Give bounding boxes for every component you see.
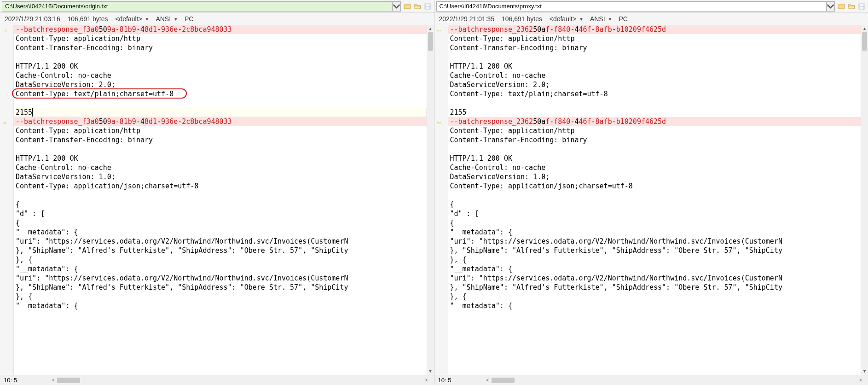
code-line[interactable]: Content-Type: text/plain;charset=utf-8 (448, 89, 861, 99)
left-encoding-scope[interactable]: <default> (115, 15, 142, 23)
code-line[interactable]: "d" : [ (448, 209, 861, 218)
scroll-right-icon[interactable]: > (857, 378, 864, 383)
code-line[interactable]: Content-Type: application/http (448, 34, 861, 43)
code-line[interactable]: DataServiceVersion: 2.0; (14, 80, 427, 89)
code-line[interactable] (14, 52, 427, 62)
dropdown-icon[interactable]: ▼ (579, 17, 584, 22)
code-line[interactable]: --batchresponse_236250af-f840-446f-8afb-… (448, 25, 861, 34)
diff-arrow-left-icon[interactable]: ⇦ (437, 25, 446, 34)
scroll-thumb[interactable] (428, 32, 433, 51)
open-folder-icon[interactable] (847, 2, 856, 11)
code-line[interactable]: "__metadata": { (14, 264, 427, 274)
dropdown-icon[interactable]: ▼ (174, 17, 178, 22)
code-line[interactable]: Content-Type: application/http (14, 126, 427, 135)
code-line[interactable]: Cache-Control: no-cache (14, 163, 427, 172)
code-line[interactable]: }, { (448, 292, 861, 301)
code-line[interactable] (14, 191, 427, 200)
code-line[interactable]: --batchresponse_f3a0509a-81b9-48d1-936e-… (14, 117, 427, 126)
code-line[interactable]: --batchresponse_f3a0509a-81b9-48d1-936e-… (14, 25, 427, 34)
code-line[interactable]: Content-Type: application/json;charset=u… (448, 181, 861, 191)
right-encoding-scope[interactable]: <default> (550, 15, 576, 23)
code-line[interactable]: "__metadata": { (448, 264, 861, 274)
right-path-input[interactable] (436, 1, 827, 12)
code-line[interactable]: Content-Transfer-Encoding: binary (14, 43, 427, 52)
dropdown-icon[interactable]: ▼ (608, 17, 613, 22)
code-line[interactable]: }, { (14, 255, 427, 264)
code-line[interactable]: }, { (448, 255, 861, 264)
code-line[interactable]: 2155 (448, 108, 861, 117)
code-line[interactable]: Content-Type: application/http (14, 34, 427, 43)
code-line[interactable]: DataServiceVersion: 1.0; (448, 172, 861, 181)
code-line[interactable]: { (448, 200, 861, 209)
code-line[interactable]: "__metadata": { (14, 228, 427, 237)
code-line[interactable]: HTTP/1.1 200 OK (448, 154, 861, 163)
code-line[interactable]: Content-Type: text/plain;charset=utf-8 (14, 89, 427, 99)
code-line[interactable]: Content-Transfer-Encoding: binary (448, 43, 861, 52)
right-horizontal-scrollbar[interactable]: < > (484, 377, 865, 384)
code-line[interactable]: }, "ShipName": "Alfred's Futterkiste", "… (448, 246, 861, 255)
code-line[interactable]: Content-Type: application/json;charset=u… (14, 181, 427, 191)
code-line[interactable]: }, "ShipName": "Alfred's Futterkiste", "… (448, 283, 861, 292)
right-text-area[interactable]: --batchresponse_236250af-f840-446f-8afb-… (448, 25, 861, 375)
left-path-input[interactable] (2, 1, 393, 12)
scroll-right-icon[interactable]: > (423, 378, 430, 383)
diff-arrow-left-icon[interactable]: ⇦ (437, 117, 446, 126)
code-line[interactable]: 2155 (14, 108, 427, 117)
left-path-dropdown[interactable] (393, 1, 401, 12)
code-line[interactable] (448, 52, 861, 62)
code-line[interactable]: DataServiceVersion: 1.0; (14, 172, 427, 181)
code-line[interactable]: Content-Type: application/http (448, 126, 861, 135)
code-line[interactable]: " metadata": { (448, 301, 861, 310)
left-horizontal-scrollbar[interactable]: < > (50, 377, 430, 384)
left-content[interactable]: ⇨⇨ --batchresponse_f3a0509a-81b9-48d1-93… (0, 25, 434, 375)
right-vertical-scrollbar[interactable]: ▲ ▼ (861, 25, 868, 375)
save-icon[interactable] (857, 2, 866, 11)
code-line[interactable]: { (14, 200, 427, 209)
scroll-up-icon[interactable]: ▲ (427, 25, 434, 32)
browse-icon[interactable] (403, 2, 412, 11)
scroll-thumb[interactable] (862, 32, 867, 51)
code-line[interactable]: HTTP/1.1 200 OK (448, 62, 861, 71)
code-line[interactable] (14, 145, 427, 154)
code-line[interactable]: }, "ShipName": "Alfred's Futterkiste", "… (14, 283, 427, 292)
right-charset[interactable]: ANSI (590, 15, 605, 23)
diff-arrow-right-icon[interactable]: ⇨ (3, 117, 11, 126)
code-line[interactable]: --batchresponse_236250af-f840-446f-8afb-… (448, 117, 861, 126)
code-line[interactable]: Content-Transfer-Encoding: binary (448, 135, 861, 145)
code-line[interactable]: }, { (14, 292, 427, 301)
left-charset[interactable]: ANSI (156, 15, 171, 23)
right-lineend[interactable]: PC (619, 15, 627, 23)
scroll-left-icon[interactable]: < (484, 378, 492, 383)
right-path-dropdown[interactable] (827, 1, 835, 12)
code-line[interactable] (448, 145, 861, 154)
scroll-thumb[interactable] (57, 378, 80, 383)
save-icon[interactable] (423, 2, 432, 11)
left-text-area[interactable]: --batchresponse_f3a0509a-81b9-48d1-936e-… (14, 25, 427, 375)
code-line[interactable]: "d" : [ (14, 209, 427, 218)
scroll-down-icon[interactable]: ▼ (427, 368, 434, 375)
diff-arrow-right-icon[interactable]: ⇨ (3, 25, 11, 34)
open-folder-icon[interactable] (413, 2, 422, 11)
scroll-thumb[interactable] (492, 378, 515, 383)
scroll-left-icon[interactable]: < (50, 378, 57, 383)
dropdown-icon[interactable]: ▼ (145, 17, 150, 22)
code-line[interactable]: " metadata": { (14, 301, 427, 310)
left-vertical-scrollbar[interactable]: ▲ ▼ (427, 25, 434, 375)
code-line[interactable]: { (448, 218, 861, 228)
code-line[interactable]: "uri": "https://services.odata.org/V2/No… (14, 237, 427, 246)
scroll-down-icon[interactable]: ▼ (861, 368, 868, 375)
browse-icon[interactable] (837, 2, 846, 11)
code-line[interactable] (448, 191, 861, 200)
left-lineend[interactable]: PC (185, 15, 193, 23)
code-line[interactable]: }, "ShipName": "Alfred's Futterkiste", "… (14, 246, 427, 255)
right-content[interactable]: ⇦⇦ --batchresponse_236250af-f840-446f-8a… (434, 25, 868, 375)
code-line[interactable]: DataServiceVersion: 2.0; (448, 80, 861, 89)
code-line[interactable]: Cache-Control: no-cache (448, 163, 861, 172)
code-line[interactable]: "uri": "https://services.odata.org/V2/No… (448, 237, 861, 246)
code-line[interactable]: Cache-Control: no-cache (448, 71, 861, 80)
code-line[interactable] (14, 99, 427, 108)
code-line[interactable]: "uri": "https://services.odata.org/V2/No… (14, 274, 427, 283)
code-line[interactable]: { (14, 218, 427, 228)
scroll-up-icon[interactable]: ▲ (861, 25, 868, 32)
code-line[interactable]: HTTP/1.1 200 OK (14, 154, 427, 163)
